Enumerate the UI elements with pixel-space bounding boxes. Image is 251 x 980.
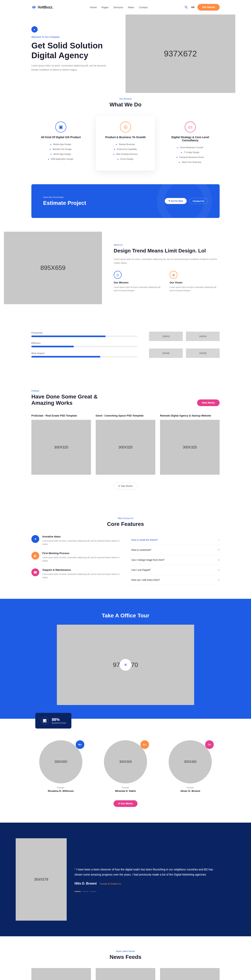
service-card[interactable]: ◎ Product & Business To Growth Startup B… (96, 116, 155, 170)
service-list: Drove Business ConsultIT & App DesignTra… (167, 145, 214, 165)
news-title: News Feeds (31, 954, 220, 960)
news-item[interactable]: 370X280 Design Technology Is A Great Tur… (31, 968, 91, 980)
testimonial-text: " I have been a keen observer of how the… (75, 867, 220, 877)
service-card[interactable]: ▣ All Kind Of Digital UIX Product Mobile… (31, 116, 90, 170)
growth-label: Business Grows (52, 722, 66, 724)
portfolio-item-title: Gend - Coworking Space PSD Templete (96, 414, 155, 417)
about-col-icon: ◷ (114, 271, 122, 279)
testimonial-role: Founder & President Co. (100, 883, 122, 885)
service-list-item: Web Hosting Services (102, 152, 149, 157)
feature-item: ✦ Inovative Ideas Lorem ipsum dolor sit … (31, 535, 120, 546)
play-button[interactable]: ✕ (120, 659, 131, 671)
testimonial-dot[interactable] (75, 891, 81, 892)
services-section: Our Services What We Do ▣ All Kind Of Di… (0, 84, 251, 184)
faq-item[interactable]: Can I change image from here?+ (131, 555, 220, 565)
services-label: Our Services (31, 98, 220, 100)
see-works-button[interactable]: ⟳ See Works (114, 482, 137, 490)
about-title: Design Trend Means Limit Design. Lol (114, 248, 220, 254)
news-item[interactable]: 370X280 Development Technology Is A Grea… (96, 968, 155, 980)
team-name: Rosalina D. Willmson (31, 789, 90, 792)
news-image: 370X280 (160, 968, 220, 980)
news-image: 370X280 (31, 968, 91, 980)
team-role: Founder (31, 786, 90, 789)
service-icon: ◎ (120, 121, 131, 132)
hero-image: 937X672 (126, 14, 235, 93)
go-for-new-button[interactable]: ✎ Go For New (165, 198, 187, 204)
portfolio-title: Have Done Some Great & Amazing Works (31, 394, 110, 406)
service-title: All Kind Of Digital UIX Product (37, 136, 84, 139)
faq-item[interactable]: How to customize?+ (131, 545, 220, 555)
get-started-button[interactable]: Get Started (197, 4, 220, 11)
testimonial-dot[interactable] (90, 891, 96, 892)
skill-fill (31, 346, 74, 347)
team-member[interactable]: 89+ 300X300 Founder Rosalina D. Willmson (31, 740, 90, 792)
about-label: About Us (114, 243, 220, 246)
nav-services[interactable]: Services (114, 6, 123, 9)
portfolio-item[interactable]: Gend - Coworking Space PSD Templete 300X… (96, 414, 155, 475)
client-logo: 169X53 (149, 332, 183, 341)
news-item[interactable]: 370X280 Marketing Technology Is A Great … (160, 968, 220, 980)
faq-question: How to customize? (131, 549, 151, 551)
estimate-label: Have Any Find Easily (43, 196, 86, 198)
service-icon: ▣ (55, 121, 66, 132)
client-logo: 169X50 (186, 332, 220, 341)
about-image: 895X659 (4, 232, 102, 304)
portfolio-item-image: 300X325 (96, 420, 155, 475)
nav-contact[interactable]: Contact (139, 6, 148, 9)
faq-item[interactable]: How can I edit every fonts?+ (131, 575, 220, 585)
faq-item[interactable]: How to install the theme?− (131, 535, 220, 545)
search-icon[interactable] (184, 5, 188, 9)
news-label: Read Latest Stories (31, 950, 220, 952)
feature-title: Inovative Ideas (42, 535, 120, 538)
logo-text: VoltBuzz. (38, 5, 53, 10)
faq-item[interactable]: Can I use Paypal?+ (131, 565, 220, 575)
about-col-icon: ◉ (169, 271, 177, 279)
view-works-button[interactable]: View Works (197, 399, 220, 406)
skill-bar: Work Support (31, 352, 137, 358)
portfolio-item-image: 300X325 (31, 420, 91, 475)
plus-icon: + (218, 568, 220, 572)
testimonial-dot[interactable] (82, 891, 89, 892)
team-role: Founder (161, 786, 220, 789)
testimonial-pagination (75, 891, 220, 892)
features-section: Why Choose Us Core Features ✦ Inovative … (0, 503, 251, 599)
nav-home[interactable]: Home (90, 6, 97, 9)
plus-icon: + (218, 578, 220, 582)
portfolio-item[interactable]: ProEstate - Real Estate PSD Template 300… (31, 414, 91, 475)
about-section: 895X659 About Us Design Trend Means Limi… (0, 218, 251, 318)
service-list-item: Admin App Design (37, 152, 84, 157)
hero-section: ▸ Welcome To Our Company Get Solid Solut… (31, 14, 220, 84)
team-avatar: 300X300 (169, 740, 212, 783)
client-logo: 169X56 (186, 348, 220, 358)
portfolio-item-image: 300X325 (160, 420, 220, 475)
logo[interactable]: VoltBuzz. (31, 5, 53, 10)
team-our-works-button[interactable]: ⟳ Our Works (114, 800, 137, 807)
nav-right: EN Get Started (184, 4, 220, 11)
estimate-banner: Have Any Find Easily Estimate Project ✎ … (31, 184, 220, 218)
client-logo: 169X66 (149, 348, 183, 358)
portfolio-item[interactable]: Remedo Digital Agency & Startup Website … (160, 414, 220, 475)
team-name: Jikser D. Browni (161, 789, 220, 792)
minus-icon: − (218, 538, 220, 542)
nav-pages[interactable]: Pages (101, 6, 109, 9)
team-member[interactable]: 81+ 300X300 Founder Miranda H. Halim (96, 740, 155, 792)
team-member[interactable]: 72+ 300X300 Founder Jikser D. Browni (161, 740, 220, 792)
growth-percent: 88% (52, 718, 66, 722)
feature-title: Support & Maintenance (42, 568, 120, 571)
news-section: Read Latest Stories News Feeds 370X280 D… (0, 936, 251, 980)
lang-toggle[interactable]: EN (191, 6, 194, 8)
team-avatar: 300X300 (39, 740, 82, 783)
faq-question: How can I edit every fonts? (131, 579, 160, 581)
main-nav: VoltBuzz. Home Pages Services News Conta… (31, 0, 220, 14)
feature-icon: ✦ (31, 535, 39, 543)
about-col-desc: Lorem ipsum dolor sit amet consectetur a… (169, 286, 220, 292)
service-card[interactable]: ▭ Digital Strategy & Core Level Consulta… (161, 116, 220, 170)
nav-links: Home Pages Services News Contact (90, 6, 148, 9)
skill-label: Efficiency (31, 342, 137, 344)
about-col-title: Our Vision (169, 281, 220, 284)
growth-card: 📊 88% Business Grows (35, 713, 71, 729)
about-col: ◷ Our Mission Lorem ipsum dolor sit amet… (114, 271, 164, 292)
hero-badge-icon: ▸ (31, 26, 38, 33)
contact-us-button[interactable]: Contact Us (189, 198, 208, 204)
nav-news[interactable]: News (128, 6, 134, 9)
